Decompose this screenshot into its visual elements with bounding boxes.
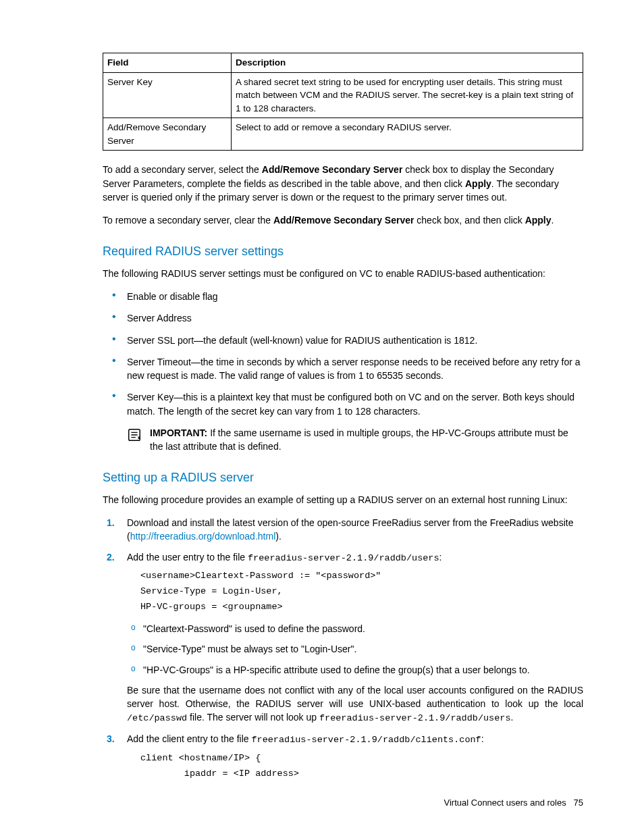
text: : <box>481 733 484 744</box>
setup-steps-list: Download and install the latest version … <box>103 516 583 781</box>
bold-text: Apply <box>525 215 552 226</box>
text: If the same username is used in multiple… <box>150 427 568 452</box>
required-settings-list: Enable or disable flag Server Address Se… <box>103 290 583 418</box>
text: . <box>511 712 514 723</box>
text: check box, and then click <box>414 215 525 226</box>
heading-required-radius: Required RADIUS server settings <box>103 242 583 260</box>
important-icon <box>127 427 142 446</box>
cell-desc: Select to add or remove a secondary RADI… <box>232 118 583 151</box>
heading-setting-up-radius: Setting up a RADIUS server <box>103 469 583 486</box>
mono-text: freeradius-server-2.1.9/raddb/users <box>248 553 439 563</box>
code-block-users: <username>Cleartext-Password := "<passwo… <box>140 569 583 615</box>
list-item: Server Key—this is a plaintext key that … <box>103 390 583 418</box>
step-item: Add the user entry to the file freeradiu… <box>103 550 583 725</box>
step-item: Download and install the latest version … <box>103 516 583 544</box>
document-page: Field Description Server Key A shared se… <box>0 0 644 834</box>
th-desc: Description <box>232 53 583 73</box>
text: Add the user entry to the file <box>127 552 248 563</box>
table-header-row: Field Description <box>103 53 583 73</box>
list-item: Enable or disable flag <box>103 290 583 303</box>
text: Be sure that the username does not confl… <box>127 685 583 709</box>
step2-sublist: "Cleartext-Password" is used to define t… <box>127 622 583 677</box>
footer-title: Virtual Connect users and roles <box>444 798 566 808</box>
text: ). <box>275 531 281 542</box>
important-label: IMPORTANT: <box>150 427 207 438</box>
freeradius-link[interactable]: http://freeradius.org/download.html <box>130 531 276 542</box>
sublist-item: "Service-Type" must be always set to "Lo… <box>127 642 583 656</box>
bold-text: Add/Remove Secondary Server <box>273 215 414 226</box>
text: : <box>439 552 442 563</box>
paragraph-remove-secondary: To remove a secondary server, clear the … <box>103 213 583 227</box>
important-text: IMPORTANT: If the same username is used … <box>150 426 583 454</box>
text: file. The server will not look up <box>187 712 319 723</box>
bold-text: Add/Remove Secondary Server <box>262 164 403 175</box>
cell-field: Add/Remove Secondary Server <box>103 118 232 151</box>
paragraph-required-intro: The following RADIUS server settings mus… <box>103 267 583 280</box>
sublist-item: "Cleartext-Password" is used to define t… <box>127 622 583 635</box>
page-footer: Virtual Connect users and roles 75 <box>444 797 583 810</box>
fields-table: Field Description Server Key A shared se… <box>103 53 583 151</box>
list-item: Server Timeout—the time in seconds by wh… <box>103 355 583 383</box>
step-item: Add the client entry to the file freerad… <box>103 732 583 781</box>
important-note: IMPORTANT: If the same username is used … <box>127 426 583 454</box>
table-row: Server Key A shared secret text string t… <box>103 72 583 118</box>
list-item: Server SSL port—the default (well-known)… <box>103 334 583 347</box>
mono-text: freeradius-server-2.1.9/raddb/clients.co… <box>251 735 481 745</box>
sublist-item: "HP-VC-Groups" is a HP-specific attribut… <box>127 663 583 677</box>
bold-text: Apply <box>465 178 491 189</box>
text: Add the client entry to the file <box>127 733 251 744</box>
cell-desc: A shared secret text string to be used f… <box>232 72 583 118</box>
step2-note: Be sure that the username does not confl… <box>127 683 583 725</box>
mono-text: /etc/passwd <box>127 713 187 723</box>
th-field: Field <box>103 53 232 73</box>
table-row: Add/Remove Secondary Server Select to ad… <box>103 118 583 151</box>
paragraph-setup-intro: The following procedure provides an exam… <box>103 493 583 506</box>
text: . <box>552 215 554 226</box>
cell-field: Server Key <box>103 72 232 118</box>
footer-page-number: 75 <box>574 798 583 808</box>
mono-text: freeradius-server-2.1.9/raddb/users <box>319 713 511 723</box>
list-item: Server Address <box>103 311 583 325</box>
text: To remove a secondary server, clear the <box>103 215 273 226</box>
paragraph-add-secondary: To add a secondary server, select the Ad… <box>103 163 583 204</box>
code-block-clients: client <hostname/IP> { ipaddr = <IP addr… <box>140 751 583 782</box>
text: To add a secondary server, select the <box>103 164 262 175</box>
